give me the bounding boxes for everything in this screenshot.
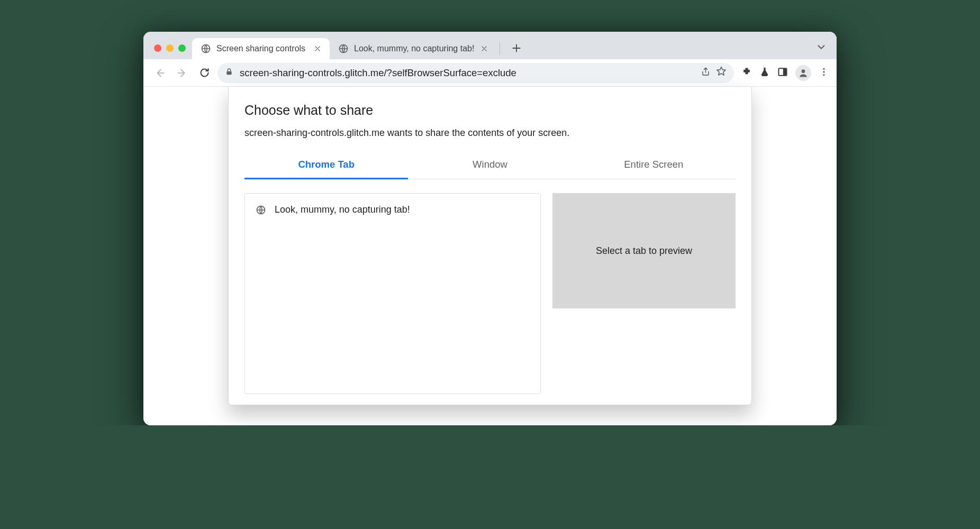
reload-button[interactable] — [195, 64, 213, 82]
tab-list-item-title: Look, mummy, no capturing tab! — [275, 204, 410, 215]
close-tab-button[interactable] — [479, 44, 489, 53]
browser-tab[interactable]: Look, mummy, no capturing tab! — [330, 38, 496, 59]
dialog-tab-entire-screen[interactable]: Entire Screen — [572, 153, 736, 179]
preview-pane: Select a tab to preview — [552, 193, 736, 308]
maximize-window-button[interactable] — [178, 44, 186, 52]
svg-point-5 — [802, 69, 805, 73]
omnibox-actions — [701, 66, 727, 79]
share-icon[interactable] — [701, 67, 711, 79]
tab-list: Look, mummy, no capturing tab! — [244, 193, 541, 394]
dialog-tab-window[interactable]: Window — [408, 153, 571, 179]
dialog-subtitle: screen-sharing-controls.glitch.me wants … — [244, 127, 736, 139]
extensions-icon[interactable] — [741, 67, 752, 79]
tab-strip: Screen sharing controls Look, mummy, no … — [143, 32, 837, 59]
window-controls — [149, 44, 192, 59]
dialog-tabs: Chrome Tab Window Entire Screen — [244, 153, 736, 179]
preview-placeholder: Select a tab to preview — [596, 245, 692, 257]
browser-tab-active[interactable]: Screen sharing controls — [192, 38, 330, 59]
share-dialog: Choose what to share screen-sharing-cont… — [228, 87, 752, 405]
svg-point-8 — [823, 74, 824, 76]
dialog-tab-chrome-tab[interactable]: Chrome Tab — [244, 153, 408, 179]
browser-toolbar: screen-sharing-controls.glitch.me/?selfB… — [143, 59, 837, 87]
globe-icon — [338, 43, 349, 54]
tabs-divider — [500, 42, 500, 55]
tabs-dropdown-button[interactable] — [815, 41, 827, 55]
bookmark-icon[interactable] — [716, 66, 727, 79]
svg-rect-4 — [783, 68, 787, 75]
minimize-window-button[interactable] — [166, 44, 174, 52]
toolbar-icons — [741, 65, 829, 81]
tabs-container: Screen sharing controls Look, mummy, no … — [192, 38, 831, 59]
new-tab-button[interactable] — [507, 39, 525, 57]
close-window-button[interactable] — [154, 44, 161, 52]
svg-point-7 — [823, 71, 824, 72]
tab-list-item[interactable]: Look, mummy, no capturing tab! — [255, 202, 531, 217]
dialog-title: Choose what to share — [244, 103, 736, 118]
browser-window: Screen sharing controls Look, mummy, no … — [143, 32, 837, 425]
side-panel-icon[interactable] — [777, 67, 788, 79]
tab-title: Screen sharing controls — [216, 44, 307, 53]
close-tab-button[interactable] — [313, 44, 322, 53]
lock-icon — [225, 67, 233, 79]
globe-icon — [256, 205, 266, 215]
page-content: Choose what to share screen-sharing-cont… — [143, 87, 837, 425]
forward-button[interactable] — [173, 64, 191, 82]
dialog-body: Look, mummy, no capturing tab! Select a … — [244, 179, 736, 394]
profile-avatar[interactable] — [795, 65, 811, 81]
svg-rect-2 — [226, 71, 231, 75]
svg-point-6 — [823, 68, 824, 69]
labs-icon[interactable] — [759, 67, 770, 79]
globe-icon — [201, 43, 211, 54]
address-bar[interactable]: screen-sharing-controls.glitch.me/?selfB… — [217, 63, 734, 83]
url-text: screen-sharing-controls.glitch.me/?selfB… — [240, 67, 516, 79]
menu-button[interactable] — [819, 67, 829, 79]
back-button[interactable] — [151, 64, 169, 82]
tab-title: Look, mummy, no capturing tab! — [354, 44, 474, 53]
